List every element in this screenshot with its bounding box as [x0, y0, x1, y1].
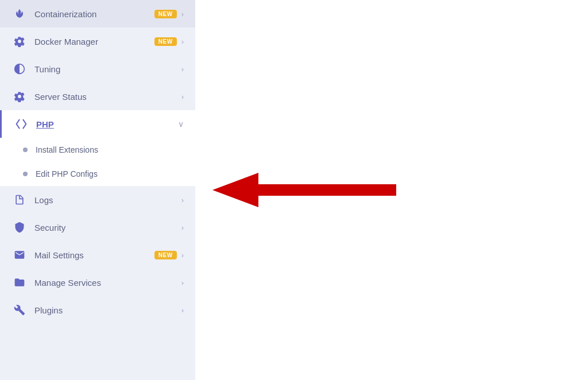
arrow-annotation: [212, 167, 396, 213]
sidebar-label-docker-manager: Docker Manager: [34, 37, 154, 46]
badge-new-mail: NEW: [154, 251, 177, 259]
sidebar-label-php: PHP: [36, 119, 178, 129]
flame-icon: [11, 8, 28, 20]
sidebar-subitem-install-extensions[interactable]: Install Extensions: [0, 138, 195, 162]
main-content: [195, 0, 588, 380]
gear-group-icon: [11, 36, 28, 47]
sidebar-label-plugins: Plugins: [34, 305, 181, 315]
sidebar-item-plugins[interactable]: Plugins ›: [0, 296, 195, 324]
dot-icon-2: [23, 172, 28, 176]
chevron-right-icon-manage-services: ›: [181, 278, 184, 287]
code-icon: [13, 118, 29, 130]
file-icon: [11, 194, 28, 205]
wrench-icon: [11, 304, 28, 316]
chevron-right-icon-mail: ›: [181, 251, 184, 259]
sidebar-label-security: Security: [34, 223, 181, 232]
sidebar-sublabel-edit-php-configs: Edit PHP Configs: [36, 169, 98, 179]
sidebar-item-manage-services[interactable]: Manage Services ›: [0, 269, 195, 296]
sidebar-label-containerization: Containerization: [34, 9, 154, 19]
badge-new-containerization: NEW: [154, 10, 177, 18]
gear-icon: [11, 91, 28, 102]
chevron-down-icon-php: ∨: [178, 119, 184, 129]
sidebar: Containerization NEW › Docker Manager NE…: [0, 0, 195, 380]
sidebar-item-docker-manager[interactable]: Docker Manager NEW ›: [0, 28, 195, 55]
sidebar-item-containerization[interactable]: Containerization NEW ›: [0, 0, 195, 28]
sidebar-subitem-edit-php-configs[interactable]: Edit PHP Configs: [0, 162, 195, 186]
folder-icon: [11, 277, 28, 288]
sidebar-label-tuning: Tuning: [34, 64, 181, 74]
dot-icon: [23, 148, 28, 152]
svg-marker-1: [212, 173, 396, 207]
sidebar-item-tuning[interactable]: Tuning ›: [0, 55, 195, 83]
badge-new-docker: NEW: [154, 37, 177, 46]
chevron-right-icon-plugins: ›: [181, 306, 184, 315]
sidebar-item-logs[interactable]: Logs ›: [0, 186, 195, 214]
sidebar-item-mail-settings[interactable]: Mail Settings NEW ›: [0, 241, 195, 269]
shield-icon: [11, 222, 28, 233]
chevron-right-icon-tuning: ›: [181, 65, 184, 73]
chevron-right-icon-containerization: ›: [181, 10, 184, 18]
chevron-right-icon-logs: ›: [181, 196, 184, 204]
sidebar-label-manage-services: Manage Services: [34, 278, 181, 288]
php-submenu: Install Extensions Edit PHP Configs: [0, 138, 195, 186]
half-circle-icon: [11, 63, 28, 75]
sidebar-item-php[interactable]: PHP ∨: [0, 110, 195, 138]
sidebar-item-security[interactable]: Security ›: [0, 214, 195, 241]
sidebar-label-logs: Logs: [34, 195, 181, 205]
envelope-icon: [11, 249, 28, 261]
chevron-right-icon-security: ›: [181, 223, 184, 232]
sidebar-label-server-status: Server Status: [34, 92, 181, 102]
sidebar-label-mail-settings: Mail Settings: [34, 250, 154, 260]
chevron-right-icon-server-status: ›: [181, 92, 184, 101]
sidebar-item-server-status[interactable]: Server Status ›: [0, 83, 195, 110]
chevron-right-icon-docker: ›: [181, 37, 184, 46]
sidebar-sublabel-install-extensions: Install Extensions: [36, 145, 98, 154]
